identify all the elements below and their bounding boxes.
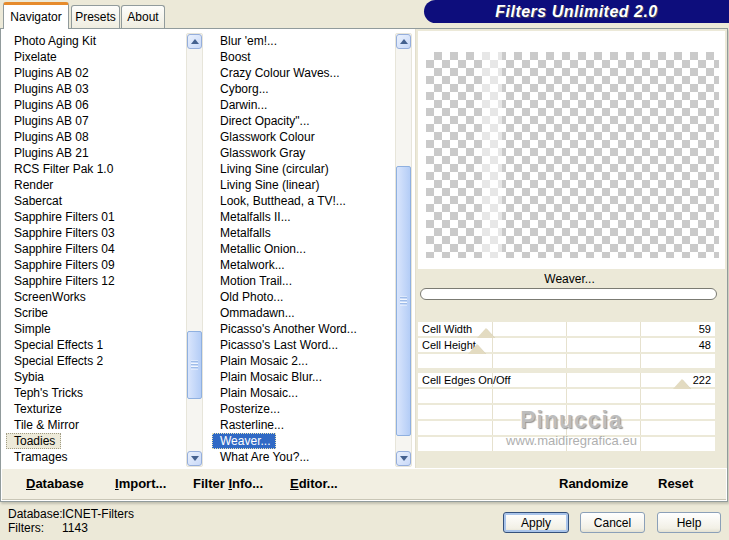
filter-info-button[interactable]: Filter Info... — [193, 476, 263, 491]
category-list-item[interactable]: Sapphire Filters 04 — [6, 241, 186, 257]
slider-value: 59 — [699, 322, 711, 336]
status-database-value: ICNET-Filters — [62, 507, 134, 521]
import-button[interactable]: Import... — [115, 476, 166, 491]
scroll-up-button[interactable] — [396, 34, 411, 49]
category-list-item[interactable]: Photo Aging Kit — [6, 33, 186, 49]
chevron-up-icon — [400, 35, 408, 44]
category-list-item[interactable]: Sabercat — [6, 193, 186, 209]
tab-navigator[interactable]: Navigator — [3, 2, 69, 29]
slider-cell-edges[interactable]: Cell Edges On/Off 222 — [418, 373, 715, 387]
filter-list-item[interactable]: Picasso's Last Word... — [212, 337, 395, 353]
category-list-item[interactable]: ScreenWorks — [6, 289, 186, 305]
preview-effect-stripe — [482, 52, 502, 258]
filter-list-item[interactable]: Plain Mosaic Blur... — [212, 369, 395, 385]
apply-button[interactable]: Apply — [503, 512, 569, 533]
help-button[interactable]: Help — [657, 512, 721, 533]
filter-list-item[interactable]: Blur 'em!... — [212, 33, 395, 49]
category-list-item[interactable]: Sapphire Filters 12 — [6, 273, 186, 289]
scrollbar-thumb[interactable] — [396, 166, 411, 436]
filter-list-item[interactable]: Ommadawn... — [212, 305, 395, 321]
filter-list-item[interactable]: Darwin... — [212, 97, 395, 113]
render-progress-bar — [420, 288, 717, 300]
selected-filter-label: Weaver... — [416, 272, 723, 286]
filter-list-item[interactable]: Picasso's Another Word... — [212, 321, 395, 337]
cancel-button[interactable]: Cancel — [580, 512, 645, 533]
preview-panel: Weaver... Cell Width 59 Cell Height 48 C… — [415, 29, 727, 468]
slider-empty-row — [418, 389, 715, 403]
filter-list-item[interactable]: Metallic Onion... — [212, 241, 395, 257]
filter-list-item[interactable]: Living Sine (circular) — [212, 161, 395, 177]
filter-list-item[interactable]: Metalfalls — [212, 225, 395, 241]
category-list-item[interactable]: Sapphire Filters 03 — [6, 225, 186, 241]
slider-cell-height[interactable]: Cell Height 48 — [418, 338, 715, 352]
tab-presets[interactable]: Presets — [71, 5, 120, 28]
slider-label: Cell Edges On/Off — [422, 373, 510, 387]
scrollbar-thumb[interactable] — [187, 331, 202, 399]
filter-list-item[interactable]: Weaver... — [212, 433, 276, 449]
filter-list-item[interactable]: Metalfalls II... — [212, 209, 395, 225]
slider-empty-row — [418, 354, 715, 368]
category-list-item[interactable]: Special Effects 2 — [6, 353, 186, 369]
category-list[interactable]: Photo Aging KitPixelatePlugins AB 02Plug… — [6, 33, 186, 467]
category-list-item[interactable]: Plugins AB 02 — [6, 65, 186, 81]
filter-list-item[interactable]: Cyborg... — [212, 81, 395, 97]
status-filters-value: 1143 — [62, 521, 88, 535]
category-list-item[interactable]: Special Effects 1 — [6, 337, 186, 353]
editor-button[interactable]: Editor... — [290, 476, 338, 491]
category-list-item[interactable]: RCS Filter Pak 1.0 — [6, 161, 186, 177]
filter-list-item[interactable]: Old Photo... — [212, 289, 395, 305]
tab-presets-label: Presets — [75, 10, 116, 24]
filter-list-item[interactable]: Look, Butthead, a TV!... — [212, 193, 395, 209]
tab-about[interactable]: About — [121, 5, 165, 28]
filter-list-item[interactable]: Glasswork Gray — [212, 145, 395, 161]
category-list-item[interactable]: Plugins AB 07 — [6, 113, 186, 129]
preview-frame — [418, 31, 725, 269]
status-database-label: Database: — [8, 507, 63, 521]
category-list-item[interactable]: Scribe — [6, 305, 186, 321]
category-list-item[interactable]: Simple — [6, 321, 186, 337]
filter-list[interactable]: Blur 'em!...BoostCrazy Colour Waves...Cy… — [212, 33, 395, 467]
slider-empty-row — [418, 437, 715, 451]
scroll-down-button[interactable] — [396, 451, 411, 466]
filter-list-item[interactable]: Motion Trail... — [212, 273, 395, 289]
scroll-up-button[interactable] — [187, 34, 202, 49]
filter-list-item[interactable]: Crazy Colour Waves... — [212, 65, 395, 81]
toolbar-strip: Database Import... Filter Info... Editor… — [2, 468, 726, 500]
filter-list-item[interactable]: Boost — [212, 49, 395, 65]
category-list-item[interactable]: Sybia — [6, 369, 186, 385]
category-list-item[interactable]: Sapphire Filters 01 — [6, 209, 186, 225]
filter-list-item[interactable]: Direct Opacity"... — [212, 113, 395, 129]
filter-list-scrollbar[interactable] — [395, 33, 412, 467]
category-list-item[interactable]: Render — [6, 177, 186, 193]
app-title-bar: Filters Unlimited 2.0 — [424, 0, 729, 23]
chevron-down-icon — [400, 456, 408, 465]
scroll-down-button[interactable] — [187, 451, 202, 466]
preview-transparency-checkerboard — [426, 52, 719, 258]
category-list-item[interactable]: Toadies — [6, 433, 61, 449]
filter-list-item[interactable]: Metalwork... — [212, 257, 395, 273]
slider-empty-row — [418, 421, 715, 435]
slider-cell-width[interactable]: Cell Width 59 — [418, 322, 715, 336]
filter-list-item[interactable]: Plain Mosaic 2... — [212, 353, 395, 369]
category-list-item[interactable]: Plugins AB 06 — [6, 97, 186, 113]
category-list-item[interactable]: Plugins AB 21 — [6, 145, 186, 161]
category-list-item[interactable]: Sapphire Filters 09 — [6, 257, 186, 273]
randomize-button[interactable]: Randomize — [559, 476, 628, 491]
filter-list-item[interactable]: Glasswork Colour — [212, 129, 395, 145]
filter-list-item[interactable]: Rasterline... — [212, 417, 395, 433]
category-list-item[interactable]: Plugins AB 08 — [6, 129, 186, 145]
reset-button[interactable]: Reset — [658, 476, 693, 491]
filter-list-item[interactable]: Living Sine (linear) — [212, 177, 395, 193]
app-title: Filters Unlimited 2.0 — [495, 3, 658, 21]
category-list-item[interactable]: Plugins AB 03 — [6, 81, 186, 97]
filter-list-item[interactable]: Plain Mosaic... — [212, 385, 395, 401]
database-button[interactable]: Database — [26, 476, 84, 491]
category-list-item[interactable]: Tramages — [6, 449, 186, 465]
category-list-scrollbar[interactable] — [186, 33, 203, 467]
filter-list-item[interactable]: Posterize... — [212, 401, 395, 417]
category-list-item[interactable]: Pixelate — [6, 49, 186, 65]
category-list-item[interactable]: Tile & Mirror — [6, 417, 186, 433]
category-list-item[interactable]: Texturize — [6, 401, 186, 417]
category-list-item[interactable]: Teph's Tricks — [6, 385, 186, 401]
filter-list-item[interactable]: What Are You?... — [212, 449, 395, 465]
